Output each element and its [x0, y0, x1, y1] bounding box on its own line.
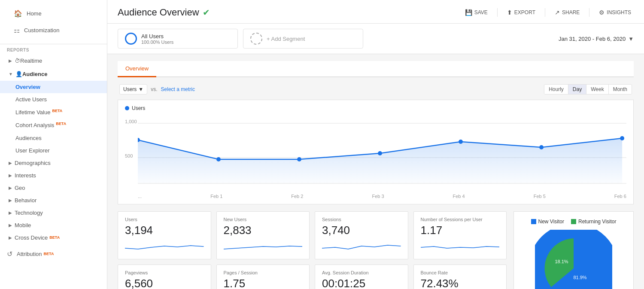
sidebar-item-audiences[interactable]: Audiences	[0, 132, 107, 144]
day-button[interactable]: Day	[568, 85, 586, 94]
verified-icon: ✔	[203, 7, 210, 18]
chart-svg-container: 1,000 500	[125, 115, 626, 192]
svg-marker-3	[138, 138, 622, 183]
save-icon: 💾	[465, 9, 472, 16]
share-label: SHARE	[562, 9, 580, 15]
share-icon: ↗	[555, 9, 560, 16]
insights-label: INSIGHTS	[607, 9, 631, 15]
chevron-right-icon-behavior: ▶	[9, 198, 12, 203]
metric-selector: Users ▼ vs. Select a metric	[119, 84, 195, 94]
x-label-feb5: Feb 5	[534, 194, 546, 199]
cross-device-beta-badge: BETA	[49, 235, 60, 240]
sidebar-audience-label: Audience	[22, 71, 48, 77]
audience-icon: 👤	[15, 71, 22, 77]
sparkline-new-users	[224, 240, 303, 252]
select-metric-link[interactable]: Select a metric	[161, 86, 195, 92]
y-label-1000: 1,000	[125, 119, 137, 124]
sidebar-item-behavior[interactable]: ▶ Behavior	[0, 194, 107, 207]
stat-card-pageviews: Pageviews 6,560	[118, 265, 211, 289]
stat-value-pages-per-session: 1.75	[224, 277, 303, 289]
sidebar-item-demographics[interactable]: ▶ Demographics	[0, 157, 107, 169]
sidebar-active-users-label: Active Users	[15, 96, 47, 103]
sidebar-item-audience[interactable]: ▼ 👤 Audience	[0, 67, 107, 81]
chart-container: Users 1,000 500	[118, 100, 634, 204]
stat-value-sessions: 3,740	[322, 224, 401, 237]
stat-value-bounce-rate: 72.43%	[421, 277, 500, 289]
stat-label-pages-per-session: Pages / Session	[224, 270, 303, 275]
share-button[interactable]: ↗ SHARE	[552, 7, 582, 18]
x-label-feb1: Feb 1	[210, 194, 222, 199]
stat-card-pages-per-session: Pages / Session 1.75	[216, 265, 310, 289]
sidebar-attribution-label: Attribution	[17, 251, 42, 257]
sidebar-item-mobile[interactable]: ▶ Mobile	[0, 219, 107, 231]
stat-label-sessions-per-user: Number of Sessions per User	[421, 217, 500, 222]
pie-section: New Visitor Returning Visitor	[513, 211, 634, 289]
segments-left: All Users 100.00% Users + Add Segment	[118, 29, 363, 49]
chevron-right-icon-demo: ▶	[9, 161, 12, 165]
segment-pct: 100.00% Users	[141, 40, 173, 45]
stat-label-sessions: Sessions	[322, 217, 401, 222]
sparkline-sessions	[322, 240, 401, 252]
stat-label-users: Users	[125, 217, 204, 222]
chart-xaxis: ... Feb 1 Feb 2 Feb 3 Feb 4 Feb 5 Feb 6	[125, 192, 626, 199]
hourly-button[interactable]: Hourly	[544, 85, 568, 94]
y-label-500: 500	[125, 153, 133, 158]
chevron-right-icon-interests: ▶	[9, 173, 12, 178]
chart-legend-label: Users	[132, 105, 145, 111]
stat-value-sessions-per-user: 1.17	[421, 224, 500, 237]
stat-card-avg-session-duration: Avg. Session Duration 00:01:25	[315, 265, 408, 289]
pie-legend-new-visitor: New Visitor	[531, 219, 564, 225]
sidebar-item-overview[interactable]: Overview	[0, 81, 107, 93]
segment-pill-add[interactable]: + Add Segment	[243, 29, 363, 49]
sidebar-item-customization[interactable]: ⚏ Customization	[7, 22, 100, 39]
tab-overview-label: Overview	[125, 65, 149, 72]
stat-label-avg-session-duration: Avg. Session Duration	[322, 270, 401, 275]
svg-point-7	[378, 151, 382, 155]
segment-pill-all-users[interactable]: All Users 100.00% Users	[118, 29, 238, 49]
sidebar-customization-label: Customization	[24, 27, 59, 33]
chart-legend: Users	[125, 105, 626, 111]
sidebar-item-attribution[interactable]: ↺ AttributionBETA	[0, 246, 107, 262]
sidebar-item-cohort-analysis[interactable]: Cohort AnalysisBETA	[0, 119, 107, 131]
stat-card-bounce-rate: Bounce Rate 72.43%	[413, 265, 507, 289]
save-label: SAVE	[474, 9, 488, 15]
page-header: Audience Overview ✔ 💾 SAVE ⬆ EXPORT ↗ SH…	[107, 0, 644, 24]
sidebar-item-interests[interactable]: ▶ Interests	[0, 169, 107, 182]
chevron-down-icon: ▼	[9, 72, 13, 76]
sidebar-item-realtime[interactable]: ▶ ⏱ Realtime	[0, 54, 107, 67]
week-button[interactable]: Week	[586, 85, 608, 94]
insights-button[interactable]: ⚙ INSIGHTS	[596, 7, 634, 18]
sidebar-demographics-label: Demographics	[15, 160, 51, 166]
export-button[interactable]: ⬆ EXPORT	[504, 7, 538, 18]
segment-text-add: + Add Segment	[267, 36, 305, 42]
sidebar-item-active-users[interactable]: Active Users	[0, 93, 107, 106]
date-range-picker[interactable]: Jan 31, 2020 - Feb 6, 2020 ▼	[559, 36, 634, 42]
sidebar-reports-section-label: REPORTS	[0, 44, 107, 54]
chevron-right-icon-geo: ▶	[9, 186, 12, 190]
sidebar-technology-label: Technology	[15, 210, 43, 216]
sidebar-item-cross-device[interactable]: ▶ Cross DeviceBETA	[0, 231, 107, 244]
new-visitor-label: New Visitor	[538, 219, 564, 225]
sidebar-user-explorer-label: User Explorer	[15, 147, 49, 154]
stat-card-new-users: New Users 2,833	[216, 211, 310, 259]
sidebar: 🏠 Home ⚏ Customization REPORTS ▶ ⏱ Realt…	[0, 0, 107, 289]
chevron-right-icon-cross: ▶	[9, 235, 12, 240]
x-label-feb4: Feb 4	[453, 194, 465, 199]
page-title: Audience Overview ✔	[118, 7, 210, 18]
metric-dropdown[interactable]: Users ▼	[119, 84, 147, 94]
tab-bar: Overview	[118, 61, 634, 77]
tab-overview[interactable]: Overview	[118, 61, 156, 77]
segments-bar: All Users 100.00% Users + Add Segment Ja…	[107, 24, 644, 54]
dropdown-chevron-icon: ▼	[138, 86, 143, 92]
sidebar-interests-label: Interests	[15, 172, 36, 179]
svg-point-6	[297, 157, 301, 161]
svg-point-5	[216, 157, 221, 161]
sidebar-item-technology[interactable]: ▶ Technology	[0, 207, 107, 219]
sidebar-item-home[interactable]: 🏠 Home	[7, 5, 100, 22]
sidebar-item-geo[interactable]: ▶ Geo	[0, 182, 107, 194]
save-button[interactable]: 💾 SAVE	[462, 7, 490, 18]
sidebar-item-lifetime-value[interactable]: Lifetime ValueBETA	[0, 106, 107, 119]
sidebar-item-user-explorer[interactable]: User Explorer	[0, 144, 107, 157]
month-button[interactable]: Month	[609, 85, 632, 94]
segment-add-label: + Add Segment	[267, 36, 305, 42]
